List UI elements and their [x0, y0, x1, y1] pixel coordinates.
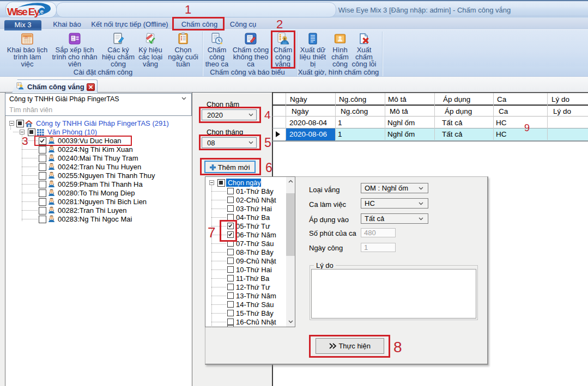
svg-text:Wise Ey: Wise Ey: [7, 6, 40, 17]
svg-text:e: e: [40, 8, 44, 15]
